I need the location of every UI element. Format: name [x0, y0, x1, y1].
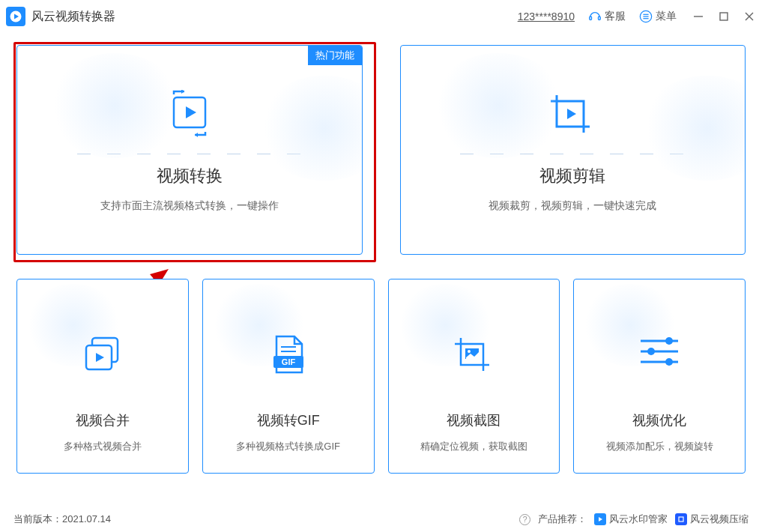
content-area: 热门功能 视频转换 支持市面主流视频格式转换，一键操作: [0, 33, 762, 474]
version-value: 2021.07.14: [62, 513, 111, 525]
card-title: 视频截图: [447, 411, 501, 429]
hot-badge: 热门功能: [308, 46, 362, 65]
app-chip-icon: [594, 513, 606, 525]
version-info: 当前版本：2021.07.14: [13, 513, 111, 526]
window-controls: [693, 11, 755, 22]
menu-label: 菜单: [656, 10, 677, 23]
card-video-convert[interactable]: 热门功能 视频转换 支持市面主流视频格式转换，一键操作: [16, 45, 363, 255]
card-video-merge[interactable]: 视频合并 多种格式视频合并: [16, 279, 189, 474]
card-title: 视频转GIF: [257, 411, 320, 429]
svg-point-28: [665, 337, 673, 345]
card-video-screenshot[interactable]: 视频截图 精确定位视频，获取截图: [388, 279, 560, 474]
recommend-link-watermark[interactable]: 风云水印管家: [594, 513, 668, 526]
card-title: 视频合并: [76, 411, 130, 429]
decorative-blob: [431, 53, 566, 158]
close-button[interactable]: [744, 11, 755, 22]
card-desc: 多种格式视频合并: [64, 440, 142, 453]
card-video-to-gif[interactable]: GIF 视频转GIF 多种视频格式转换成GIF: [202, 279, 375, 474]
card-title: 视频转换: [157, 165, 223, 187]
decorative-blob: [257, 76, 363, 181]
maximize-icon: [719, 11, 729, 22]
app-logo: [6, 7, 25, 26]
support-label: 客服: [605, 10, 626, 23]
support-button[interactable]: 客服: [588, 10, 626, 23]
svg-point-30: [647, 348, 655, 355]
svg-marker-14: [186, 106, 196, 118]
card-video-edit[interactable]: 视频剪辑 视频裁剪，视频剪辑，一键快速完成: [400, 45, 746, 255]
sliders-icon: [574, 333, 745, 369]
decorative-blob: [640, 76, 746, 181]
help-icon[interactable]: ?: [519, 514, 530, 525]
version-prefix: 当前版本：: [13, 513, 62, 525]
card-desc: 精确定位视频，获取截图: [420, 440, 527, 453]
svg-marker-16: [195, 133, 198, 137]
svg-marker-33: [599, 517, 602, 522]
headset-icon: [588, 10, 602, 23]
video-merge-icon: [17, 333, 188, 375]
app-title: 风云视频转换器: [31, 9, 115, 25]
gif-file-icon: GIF: [203, 333, 374, 377]
svg-point-32: [665, 358, 673, 366]
minimize-button[interactable]: [693, 11, 704, 22]
svg-rect-3: [599, 16, 601, 20]
recommend-link-label: 风云视频压缩: [690, 513, 749, 526]
card-title: 视频优化: [632, 411, 686, 429]
close-icon: [744, 11, 755, 22]
play-circle-icon: [10, 10, 22, 22]
svg-rect-9: [720, 13, 728, 20]
title-bar: 风云视频转换器 123****8910 客服 菜单: [0, 0, 762, 33]
screenshot-crop-icon: [389, 333, 560, 375]
card-video-optimize[interactable]: 视频优化 视频添加配乐，视频旋转: [573, 279, 746, 474]
menu-list-icon: [639, 10, 653, 23]
maximize-button[interactable]: [719, 11, 729, 22]
status-bar: 当前版本：2021.07.14 ? 产品推荐： 风云水印管家 风云视频压缩: [0, 507, 762, 532]
decorative-blob: [47, 53, 182, 158]
svg-rect-2: [590, 16, 592, 20]
card-desc: 多种视频格式转换成GIF: [236, 440, 340, 453]
menu-button[interactable]: 菜单: [639, 10, 677, 23]
svg-rect-34: [679, 517, 683, 522]
title-right: 123****8910 客服 菜单: [518, 10, 755, 23]
card-desc: 视频裁剪，视频剪辑，一键快速完成: [489, 199, 656, 213]
minimize-icon: [693, 11, 704, 22]
status-right: ? 产品推荐： 风云水印管家 风云视频压缩: [519, 513, 749, 526]
card-desc: 支持市面主流视频格式转换，一键操作: [100, 199, 279, 213]
recommend-link-compress[interactable]: 风云视频压缩: [675, 513, 749, 526]
recommend-label: 产品推荐：: [538, 513, 587, 526]
bottom-row: 视频合并 多种格式视频合并 GIF 视频转GIF 多种视频格式转换成GIF: [16, 279, 746, 474]
card-desc: 视频添加配乐，视频旋转: [606, 440, 713, 453]
app-chip-icon: [675, 513, 687, 525]
recommend-link-label: 风云水印管家: [609, 513, 668, 526]
svg-marker-17: [567, 109, 576, 119]
title-left: 风云视频转换器: [6, 7, 115, 26]
svg-text:GIF: GIF: [281, 357, 295, 366]
top-row: 热门功能 视频转换 支持市面主流视频格式转换，一键操作: [16, 45, 746, 255]
card-title: 视频剪辑: [539, 165, 605, 187]
account-id[interactable]: 123****8910: [518, 10, 575, 22]
svg-point-26: [468, 350, 471, 353]
